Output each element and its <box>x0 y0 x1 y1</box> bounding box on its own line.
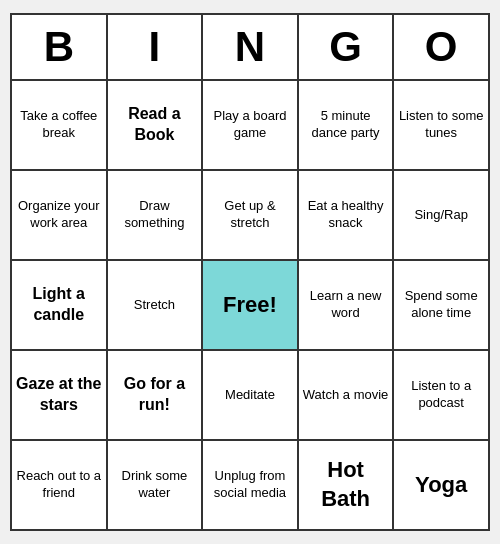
bingo-cell-2-1[interactable]: Stretch <box>108 261 204 349</box>
bingo-cell-3-1[interactable]: Go for a run! <box>108 351 204 439</box>
bingo-cell-0-1[interactable]: Read a Book <box>108 81 204 169</box>
bingo-row-2: Light a candleStretchFree!Learn a new wo… <box>12 259 488 349</box>
bingo-cell-4-4[interactable]: Yoga <box>394 441 488 529</box>
header-letter-G: G <box>299 15 395 79</box>
bingo-cell-1-1[interactable]: Draw something <box>108 171 204 259</box>
bingo-cell-4-2[interactable]: Unplug from social media <box>203 441 299 529</box>
bingo-cell-0-0[interactable]: Take a coffee break <box>12 81 108 169</box>
bingo-row-1: Organize your work areaDraw somethingGet… <box>12 169 488 259</box>
bingo-cell-1-4[interactable]: Sing/Rap <box>394 171 488 259</box>
bingo-row-0: Take a coffee breakRead a BookPlay a boa… <box>12 81 488 169</box>
header-letter-O: O <box>394 15 488 79</box>
bingo-cell-1-0[interactable]: Organize your work area <box>12 171 108 259</box>
bingo-cell-0-2[interactable]: Play a board game <box>203 81 299 169</box>
bingo-card: BINGO Take a coffee breakRead a BookPlay… <box>10 13 490 531</box>
bingo-cell-0-4[interactable]: Listen to some tunes <box>394 81 488 169</box>
bingo-row-3: Gaze at the starsGo for a run!MeditateWa… <box>12 349 488 439</box>
bingo-header: BINGO <box>12 15 488 81</box>
bingo-cell-3-4[interactable]: Listen to a podcast <box>394 351 488 439</box>
bingo-cell-1-2[interactable]: Get up & stretch <box>203 171 299 259</box>
bingo-cell-2-4[interactable]: Spend some alone time <box>394 261 488 349</box>
header-letter-I: I <box>108 15 204 79</box>
bingo-cell-2-2[interactable]: Free! <box>203 261 299 349</box>
bingo-cell-3-0[interactable]: Gaze at the stars <box>12 351 108 439</box>
bingo-cell-4-1[interactable]: Drink some water <box>108 441 204 529</box>
bingo-cell-4-0[interactable]: Reach out to a friend <box>12 441 108 529</box>
bingo-cell-3-3[interactable]: Watch a movie <box>299 351 395 439</box>
bingo-row-4: Reach out to a friendDrink some waterUnp… <box>12 439 488 529</box>
bingo-cell-2-0[interactable]: Light a candle <box>12 261 108 349</box>
bingo-cell-3-2[interactable]: Meditate <box>203 351 299 439</box>
bingo-cell-0-3[interactable]: 5 minute dance party <box>299 81 395 169</box>
bingo-cell-2-3[interactable]: Learn a new word <box>299 261 395 349</box>
bingo-cell-1-3[interactable]: Eat a healthy snack <box>299 171 395 259</box>
header-letter-B: B <box>12 15 108 79</box>
bingo-grid: Take a coffee breakRead a BookPlay a boa… <box>12 81 488 529</box>
bingo-cell-4-3[interactable]: Hot Bath <box>299 441 395 529</box>
header-letter-N: N <box>203 15 299 79</box>
